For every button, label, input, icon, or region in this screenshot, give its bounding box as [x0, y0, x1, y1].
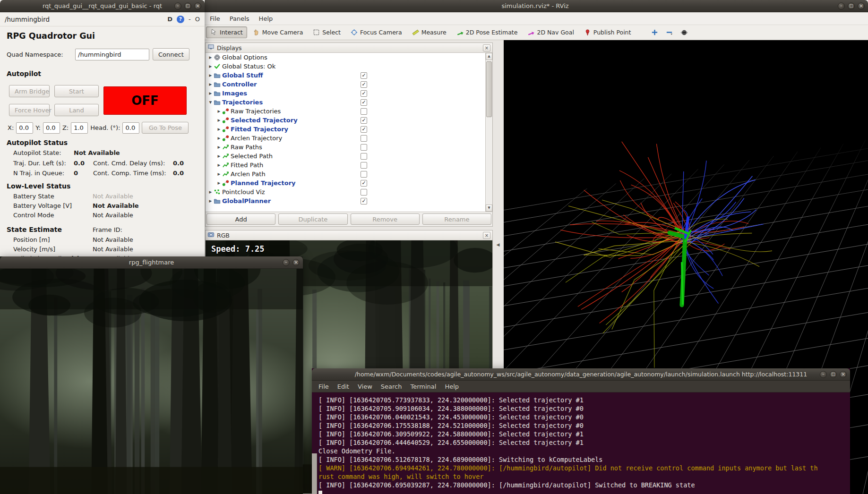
tool-2d-pose-estimate[interactable]: 2D Pose Estimate: [452, 26, 522, 38]
terminal-menu-view[interactable]: View: [353, 382, 377, 391]
displays-close-button[interactable]: ×: [483, 44, 490, 51]
terminal-titlebar[interactable]: /home/wxm/Documents/codes/agile_autonomy…: [312, 368, 850, 381]
tree-item-arclen-trajectory[interactable]: ▶Arclen Trajectory: [206, 134, 485, 143]
tree-item-images[interactable]: ▶Images✓: [206, 89, 485, 98]
terminal-menu-search[interactable]: Search: [377, 382, 406, 391]
pose-input-head[interactable]: [122, 122, 139, 134]
tree-item-raw-paths[interactable]: ▶Raw Paths: [206, 143, 485, 152]
chevron-right-icon[interactable]: ▶: [216, 109, 222, 113]
arm-bridge-button[interactable]: Arm Bridge: [9, 85, 50, 97]
terminal-menu-help[interactable]: Help: [440, 382, 463, 391]
chevron-right-icon[interactable]: ▶: [207, 64, 214, 68]
checkbox-trajectories[interactable]: ✓: [361, 99, 367, 106]
tree-item-selected-trajectory[interactable]: ▶Selected Trajectory✓: [206, 116, 485, 125]
checkbox-raw-paths[interactable]: [361, 144, 367, 151]
chevron-right-icon[interactable]: ▶: [207, 199, 214, 203]
dock-minimize-icon[interactable]: -: [189, 16, 191, 23]
pose-input-y[interactable]: [43, 122, 60, 134]
off-button[interactable]: OFF: [103, 86, 187, 115]
force-hover-button[interactable]: Force Hover: [9, 104, 50, 116]
checkbox-images[interactable]: ✓: [361, 90, 367, 97]
pose-input-z[interactable]: [71, 122, 88, 134]
chevron-right-icon[interactable]: ▶: [216, 145, 222, 149]
rqt-dock-header[interactable]: /hummingbird D ? - O: [0, 12, 205, 26]
checkbox-arclen-trajectory[interactable]: [361, 135, 367, 142]
terminal-menu-file[interactable]: File: [314, 382, 333, 391]
help-icon[interactable]: ?: [177, 16, 184, 23]
checkbox-fitted-path[interactable]: [361, 162, 367, 169]
chevron-right-icon[interactable]: ▶: [216, 172, 222, 176]
close-button[interactable]: [840, 371, 847, 378]
tool-publish-point[interactable]: Publish Point: [580, 26, 636, 38]
tree-item-global-options[interactable]: ▶Global Options: [206, 53, 485, 62]
tree-item-fitted-path[interactable]: ▶Fitted Path: [206, 161, 485, 170]
rqt-titlebar[interactable]: rqt_quad_gui__rqt_quad_gui_basic - rqt: [0, 0, 205, 12]
checkbox-global-stuff[interactable]: ✓: [361, 72, 367, 79]
scrollbar-thumb[interactable]: [486, 61, 492, 117]
namespace-input[interactable]: [75, 49, 149, 60]
terminal-menu-edit[interactable]: Edit: [333, 382, 353, 391]
checkbox-arclen-path[interactable]: [361, 171, 367, 178]
pose-input-x[interactable]: [16, 122, 33, 134]
menu-panels[interactable]: Panels: [225, 14, 254, 24]
chevron-right-icon[interactable]: ▶: [216, 136, 222, 140]
chevron-right-icon[interactable]: ▶: [216, 127, 222, 131]
minus-tool-button[interactable]: [663, 27, 675, 37]
tree-item-selected-path[interactable]: ▶Selected Path: [206, 152, 485, 161]
maximize-button[interactable]: [830, 371, 837, 378]
close-button[interactable]: [194, 2, 201, 9]
tree-item-raw-trajectories[interactable]: ▶Raw Trajectories: [206, 107, 485, 116]
maximize-button[interactable]: [848, 2, 855, 9]
checkbox-raw-trajectories[interactable]: [361, 108, 367, 115]
chevron-right-icon[interactable]: ▶: [216, 181, 222, 185]
checkbox-pointcloud-viz[interactable]: [361, 189, 367, 196]
scroll-up-icon[interactable]: [486, 53, 492, 60]
dock-float-icon[interactable]: O: [195, 16, 200, 23]
panel-collapse-arrow[interactable]: [493, 238, 503, 251]
terminal-menu-terminal[interactable]: Terminal: [406, 382, 440, 391]
tree-item-controller[interactable]: ▶Controller✓: [206, 80, 485, 89]
checkbox-controller[interactable]: ✓: [361, 81, 367, 88]
tool-move-camera[interactable]: Move Camera: [249, 26, 308, 38]
chevron-right-icon[interactable]: ▶: [216, 154, 222, 158]
start-button[interactable]: Start: [54, 85, 99, 97]
tool-interact[interactable]: Interact: [206, 26, 247, 38]
checkbox-planned-trajectory[interactable]: ✓: [361, 180, 367, 187]
chevron-right-icon[interactable]: ▶: [207, 91, 214, 95]
close-button[interactable]: [292, 259, 300, 266]
menu-help[interactable]: Help: [254, 14, 278, 24]
checkbox-globalplanner[interactable]: ✓: [361, 198, 367, 204]
checkbox-fitted-trajectory[interactable]: ✓: [361, 126, 367, 133]
minimize-button[interactable]: [174, 2, 181, 9]
tool-2d-nav-goal[interactable]: 2D Nav Goal: [523, 26, 578, 38]
rviz-titlebar[interactable]: simulation.rviz* - RViz: [202, 0, 868, 12]
close-button[interactable]: [858, 2, 865, 9]
tree-item-planned-trajectory[interactable]: ▶Planned Trajectory✓: [206, 179, 485, 187]
duplicate-button[interactable]: Duplicate: [278, 213, 347, 225]
tree-item-fitted-trajectory[interactable]: ▶Fitted Trajectory✓: [206, 125, 485, 134]
sphere-tool-button[interactable]: [678, 27, 690, 38]
terminal-output[interactable]: [ INFO] [1636420705.773937833, 224.32000…: [312, 392, 850, 494]
tree-item-global-status-ok[interactable]: ▶Global Status: Ok: [206, 62, 485, 71]
minimize-button[interactable]: [283, 259, 290, 266]
chevron-right-icon[interactable]: ▶: [207, 190, 214, 194]
connect-button[interactable]: Connect: [153, 48, 189, 60]
dock-d-icon[interactable]: D: [167, 16, 172, 23]
go-to-pose-button[interactable]: Go To Pose: [142, 122, 189, 134]
checkbox-selected-trajectory[interactable]: ✓: [361, 117, 367, 124]
flightmare-titlebar[interactable]: rpg_flightmare: [0, 256, 303, 269]
chevron-down-icon[interactable]: ▼: [207, 100, 214, 104]
chevron-right-icon[interactable]: ▶: [216, 118, 222, 122]
rgb-close-button[interactable]: ×: [483, 232, 490, 239]
rgb-panel-header[interactable]: RGB ×: [206, 230, 492, 240]
minimize-button[interactable]: [820, 371, 827, 378]
tool-select[interactable]: Select: [309, 26, 345, 38]
tree-item-globalplanner[interactable]: ▶GlobalPlanner✓: [206, 196, 485, 205]
land-button[interactable]: Land: [54, 104, 99, 116]
tree-item-global-stuff[interactable]: ▶Global Stuff✓: [206, 71, 485, 80]
chevron-right-icon[interactable]: ▶: [207, 55, 214, 60]
rename-button[interactable]: Rename: [422, 213, 491, 225]
tool-measure[interactable]: Measure: [408, 26, 451, 38]
displays-panel-header[interactable]: Displays ×: [206, 43, 492, 53]
tree-item-arclen-path[interactable]: ▶Arclen Path: [206, 170, 485, 179]
